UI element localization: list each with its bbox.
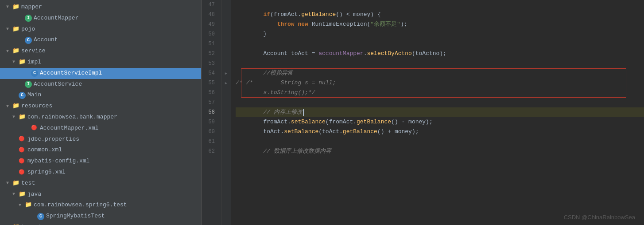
line-59: 59 [202,117,217,127]
line-62: 62 [202,146,217,156]
line-numbers: 47 48 49 50 51 52 53 54 55 56 57 58 59 6… [202,0,221,225]
code-lines[interactable]: if(fromAct.getBalance() < money) { throw… [231,0,644,225]
code-line-51 [236,39,644,49]
class-icon: C [25,37,32,44]
xml-icon: 🔴 [31,124,38,132]
sidebar-item-AccountService[interactable]: I AccountService [0,79,201,90]
line-53: 53 [202,59,217,68]
folder-icon: 📁 [12,25,19,34]
sidebar-item-test[interactable]: ▼ 📁 test [0,178,201,189]
folder-icon: 📁 [25,201,32,210]
sidebar-item-pojo[interactable]: ▼ 📁 pojo [0,24,201,35]
sidebar-item-service[interactable]: ▼ 📁 service [0,46,201,57]
code-line-52: Account toAct = accountMapper.selectByAc… [236,49,644,59]
sidebar-item-SpringMybatisTest[interactable]: C SpringMybatisTest [0,211,201,222]
code-editor[interactable]: 47 48 49 50 51 52 53 54 55 56 57 58 59 6… [202,0,644,225]
line-55: 55 [202,78,217,88]
line-54: 54 [202,68,217,78]
folder-icon: 📁 [19,58,26,67]
code-line-53 [236,59,644,68]
code-line-56: s.toString();*/ [236,88,644,98]
code-line-55: /* /* String s = null; [236,78,644,88]
sidebar-item-impl[interactable]: ▼ 📁 impl [0,57,201,68]
props-icon: 🔴 [19,135,26,143]
line-51: 51 [202,39,217,49]
class-icon: C [37,213,44,220]
sidebar-item-Main[interactable]: C Main [0,90,201,101]
sidebar-item-mybatis-config[interactable]: 🔴 mybatis-config.xml [0,156,201,167]
code-line-60: toAct.setBalance(toAct.getBalance() + mo… [236,127,644,137]
folder-icon: 📁 [12,223,19,225]
project-tree[interactable]: ▼ 📁 mapper I AccountMapper ▼ 📁 pojo C Ac… [0,0,202,225]
sidebar-item-mapper[interactable]: ▼ 📁 mapper [0,2,201,13]
sidebar-item-resources[interactable]: ▼ 📁 resources [0,101,201,112]
line-61: 61 [202,137,217,146]
sidebar-item-AccountMapper[interactable]: I AccountMapper [0,13,201,24]
sidebar-item-mapper-pkg[interactable]: ▼ 📁 com.rainbowsea.bank.mapper [0,112,201,123]
commented-region: //模拟异常 /* /* String s = null; s.toString… [236,68,644,98]
folder-icon: 📁 [12,3,19,12]
sidebar-item-java[interactable]: ▼ 📁 java [0,189,201,200]
code-line-59: fromAct.setBalance(fromAct.getBalance() … [236,117,644,127]
code-line-58: // 内存上修改 [236,107,644,117]
sidebar-item-common-xml[interactable]: 🔴 common.xml [0,145,201,156]
xml-icon: 🔴 [19,146,26,154]
interface-icon: I [25,81,32,88]
folder-icon: 📁 [12,47,19,56]
folder-icon: 📁 [19,113,26,122]
class-icon: C [31,70,38,77]
code-line-49: throw new RuntimeException("余额不足"); [236,20,644,29]
code-line-62: // 数据库上修改数据内容 [236,146,644,156]
line-47: 47 [202,0,217,10]
interface-icon: I [25,15,32,22]
code-line-54: //模拟异常 [236,68,644,78]
xml-icon: 🔴 [19,169,26,177]
code-line-57 [236,98,644,107]
line-57: 57 [202,98,217,107]
line-50: 50 [202,29,217,39]
fold-icon[interactable]: ▶ [225,71,227,76]
code-line-50: } [236,29,644,39]
editor-gutter: ▶ ▶ [221,0,231,225]
folder-icon: 📁 [19,190,26,199]
sidebar-item-Account[interactable]: C Account [0,35,201,46]
sidebar-item-spring6-xml[interactable]: 🔴 spring6.xml [0,167,201,178]
sidebar-item-spring6-test-pkg[interactable]: ▼ 📁 com.rainbowsea.spring6.test [0,200,201,211]
line-58: 58 [202,107,217,117]
folder-icon: 📁 [12,102,19,111]
sidebar-item-AccountServiceImpl[interactable]: C AccountServiceImpl [0,68,201,79]
code-line-48: if(fromAct.getBalance() < money) { [236,10,644,20]
folder-icon: 📁 [12,179,19,188]
code-line-61 [236,137,644,146]
line-52: 52 [202,49,217,59]
code-line-47 [236,0,644,10]
line-48: 48 [202,10,217,20]
line-56: 56 [202,88,217,98]
line-60: 60 [202,127,217,137]
fold-icon[interactable]: ▶ [225,81,227,86]
sidebar-item-jdbc-properties[interactable]: 🔴 jdbc.properties [0,134,201,145]
sidebar-item-AccountMapper-xml[interactable]: 🔴 AccountMapper.xml [0,123,201,134]
xml-icon: 🔴 [19,158,26,166]
line-49: 49 [202,20,217,29]
sidebar-item-target[interactable]: ► 📁 target [0,222,201,225]
class-icon: C [19,92,26,99]
